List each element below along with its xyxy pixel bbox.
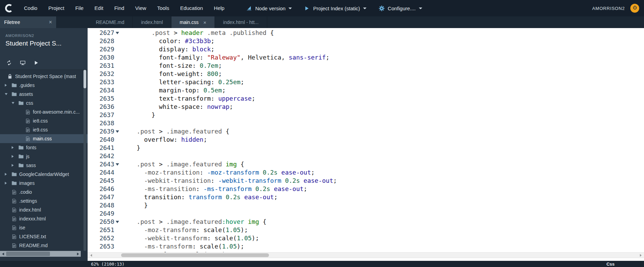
scrollbar-thumb[interactable] (83, 70, 86, 88)
editor-tab-main.css[interactable]: main.css (171, 16, 215, 28)
tree-item-ie9.css[interactable]: ie9.css (0, 125, 88, 134)
code-line[interactable]: 2633 letter-spacing: 0.25em; (88, 78, 644, 86)
tree-item-ise[interactable]: ise (0, 223, 88, 232)
fold-marker-icon[interactable] (116, 130, 119, 133)
editor-tab-index.html[interactable]: index.html (133, 16, 171, 28)
run-button[interactable] (34, 60, 47, 65)
tree-item-fonts[interactable]: fonts (0, 143, 88, 152)
code-line[interactable]: 2628 color: #3c3b3b; (88, 37, 644, 45)
tree-item-font-awesome.min.c...[interactable]: font-awesome.min.c... (0, 107, 88, 116)
filetree-header: Filetree (0, 16, 88, 28)
fold-marker-icon[interactable] (116, 221, 119, 223)
tree-item-readme.md[interactable]: README.md (0, 241, 88, 250)
menu-project[interactable]: Project (43, 0, 70, 16)
scroll-left-arrow-icon[interactable] (0, 251, 6, 257)
code-line[interactable]: 2637 } (88, 111, 644, 119)
menu-help[interactable]: Help (208, 0, 230, 16)
close-tab-icon[interactable] (203, 20, 206, 25)
codio-logo-icon[interactable] (4, 3, 14, 13)
expand-arrow-icon[interactable] (12, 164, 18, 167)
menu-codio[interactable]: Codio (18, 0, 43, 16)
sync-button[interactable] (6, 60, 20, 66)
code-line[interactable]: 2643 .post > .image.featured img { (88, 160, 644, 168)
close-filetree-icon[interactable] (49, 20, 52, 25)
collapse-arrow-icon[interactable] (5, 93, 11, 95)
filetree-tab[interactable]: Filetree (0, 16, 56, 28)
scroll-left-arrow-icon[interactable] (88, 253, 94, 258)
code-line[interactable]: 2631 font-size: 0.7em; (88, 62, 644, 70)
code-line[interactable]: 2651 -moz-transform: scale(1.05); (88, 226, 644, 234)
tree-item-index.html[interactable]: index.html (0, 205, 88, 214)
line-number: 2649 (100, 209, 114, 218)
sidebar-vertical-scrollbar[interactable] (83, 70, 86, 251)
tree-item-.codio[interactable]: .codio (0, 188, 88, 196)
scroll-right-arrow-icon[interactable] (638, 253, 643, 258)
fold-marker-icon[interactable] (116, 32, 119, 34)
tree-item-js[interactable]: js (0, 152, 88, 161)
code-line[interactable]: 2639 .post > .image.featured { (88, 127, 644, 136)
code-line[interactable]: 2644 -moz-transition: -moz-transform 0.2… (88, 168, 644, 177)
configure-menu[interactable]: Configure.... (373, 5, 428, 11)
code-line[interactable]: 2648 } (88, 201, 644, 209)
monitor-button[interactable] (20, 60, 34, 66)
sidebar-horizontal-scrollbar[interactable] (0, 251, 81, 257)
tree-item-sass[interactable]: sass (0, 161, 88, 170)
code-line[interactable]: 2635 text-transform: uppercase; (88, 94, 644, 103)
tree-item-googlecalendarwidget[interactable]: GoogleCalendarWidget (0, 170, 88, 179)
editor-tab-readme.md[interactable]: README.md (88, 16, 133, 28)
scrollbar-thumb[interactable] (121, 253, 269, 257)
editor-horizontal-scrollbar[interactable] (88, 252, 644, 258)
tree-item-student-project-space-mast[interactable]: Student Project Space (mast (0, 72, 88, 81)
menu-edit[interactable]: Edit (89, 0, 109, 16)
tab-label: main.css (180, 20, 198, 25)
code-line[interactable]: 2638 (88, 119, 644, 127)
node-version-menu[interactable]: Node version (240, 5, 298, 11)
tab-label: index.html - htt... (223, 20, 258, 25)
code-line[interactable]: 2642 (88, 152, 644, 160)
code-line[interactable]: 2627 .post > header .meta .published { (88, 29, 644, 37)
code-line[interactable]: 2634 margin-top: 0.5em; (88, 86, 644, 94)
code-line[interactable]: 2630 font-family: "Raleway", Helvetica, … (88, 53, 644, 62)
tree-item-images[interactable]: images (0, 179, 88, 188)
tree-item-.guides[interactable]: .guides (0, 81, 88, 90)
code-line[interactable]: 2652 -webkit-transform: scale(1.05); (88, 234, 644, 242)
tree-item-ie8.css[interactable]: ie8.css (0, 116, 88, 125)
expand-arrow-icon[interactable] (5, 182, 11, 185)
code-line[interactable]: 2650 .post > .image.featured:hover img { (88, 218, 644, 226)
menu-tools[interactable]: Tools (152, 0, 175, 16)
code-line[interactable]: 2649 (88, 209, 644, 218)
code-line[interactable]: 2653 -ms-transform: scale(1.05); (88, 242, 644, 251)
editor-column: README.mdindex.htmlmain.cssindex.html - … (88, 16, 644, 261)
scrollbar-thumb[interactable] (6, 252, 50, 256)
code-line[interactable]: 2640 overflow: hidden; (88, 136, 644, 144)
power-button[interactable] (630, 4, 639, 13)
menu-education[interactable]: Education (175, 0, 208, 16)
code-line[interactable]: 2647 transition: transform 0.2s ease-out… (88, 193, 644, 201)
collapse-arrow-icon[interactable] (12, 102, 18, 104)
code-editor[interactable]: 2627 .post > header .meta .published {26… (88, 28, 644, 261)
tree-item-main.css[interactable]: main.css (0, 134, 88, 143)
code-line[interactable]: 2646 -ms-transition: -ms-transform 0.2s … (88, 185, 644, 193)
code-line[interactable]: 2641 } (88, 144, 644, 152)
code-line[interactable]: 2645 -webkit-transition: -webkit-transfo… (88, 177, 644, 185)
tree-item-license.txt[interactable]: LICENSE.txt (0, 232, 88, 241)
code-line[interactable]: 2632 font-weight: 800; (88, 70, 644, 78)
expand-arrow-icon[interactable] (5, 173, 11, 176)
menu-view[interactable]: View (130, 0, 152, 16)
tree-item-.settings[interactable]: .settings (0, 196, 88, 205)
username[interactable]: AMORRISON2 (592, 6, 625, 11)
tree-item-assets[interactable]: assets (0, 90, 88, 99)
fold-marker-icon[interactable] (116, 163, 119, 166)
tree-item-css[interactable]: css (0, 99, 88, 107)
editor-tab-index.html-htt...[interactable]: index.html - htt... (215, 16, 267, 28)
expand-arrow-icon[interactable] (12, 146, 18, 149)
expand-arrow-icon[interactable] (5, 84, 11, 87)
menu-find[interactable]: Find (109, 0, 130, 16)
expand-arrow-icon[interactable] (12, 155, 18, 158)
scroll-right-arrow-icon[interactable] (75, 251, 81, 257)
tree-item-indexxx.html[interactable]: indexxx.html (0, 214, 88, 223)
code-line[interactable]: 2629 display: block; (88, 45, 644, 53)
code-line[interactable]: 2636 white-space: nowrap; (88, 103, 644, 111)
run-project-menu[interactable]: Project Index (static) (298, 5, 373, 11)
menu-file[interactable]: File (70, 0, 89, 16)
